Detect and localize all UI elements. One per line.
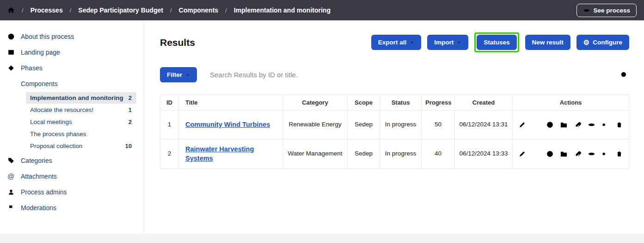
add-button[interactable]: [532, 121, 540, 129]
search-input[interactable]: [209, 70, 619, 79]
flag-icon: [7, 204, 15, 212]
preview-button[interactable]: [588, 121, 595, 129]
sidebar-subitem-label: Allocate the resources!: [30, 106, 93, 113]
sidebar-subitem-local-meetings[interactable]: Local meetings 2: [26, 116, 136, 128]
sidebar-item-attachments[interactable]: @ Attachments: [0, 168, 144, 184]
delete-button[interactable]: [615, 150, 623, 158]
sidebar-item-landing-page[interactable]: Landing page: [0, 44, 144, 60]
folder-icon: [560, 150, 568, 158]
components-icon: [7, 80, 15, 87]
grid-icon: [7, 49, 15, 56]
export-all-button[interactable]: Export all: [371, 35, 422, 50]
plus-icon: [532, 121, 540, 129]
sidebar-item-components[interactable]: Components: [0, 76, 144, 92]
export-all-label: Export all: [378, 39, 407, 46]
attachments-button[interactable]: [574, 150, 582, 158]
count-badge: 10: [125, 143, 132, 150]
attachment-icon: @: [7, 173, 15, 180]
search-button[interactable]: [619, 71, 629, 79]
breadcrumb-separator: /: [170, 7, 172, 14]
trash-icon: [615, 150, 623, 158]
key-icon: [601, 150, 609, 158]
new-result-label: New result: [532, 39, 564, 46]
eye-icon: [588, 150, 595, 158]
permissions-button[interactable]: [601, 121, 609, 129]
header-buttons: Export all Import Statuses New result ⚙: [371, 32, 629, 52]
delete-button[interactable]: [615, 121, 623, 129]
import-button[interactable]: Import: [427, 35, 468, 50]
result-title-link[interactable]: Community Wind Turbines: [185, 121, 270, 128]
sidebar-item-label: Phases: [21, 64, 43, 72]
gear-icon: ⚙: [583, 39, 589, 46]
history-button[interactable]: [546, 121, 554, 129]
topbar: / Processes / Sedep Participatory Budget…: [0, 0, 644, 20]
chevron-down-icon: [410, 40, 414, 45]
table-row: 1 Community Wind Turbines Renewable Ener…: [160, 111, 629, 139]
history-button[interactable]: [546, 150, 554, 158]
configure-label: Configure: [593, 39, 622, 46]
column-header-actions: Actions: [513, 95, 629, 111]
column-header-status: Status: [380, 95, 422, 111]
breadcrumb: / Processes / Sedep Participatory Budget…: [7, 6, 331, 14]
sidebar-subitem-implementation-and-monitoring[interactable]: Implementation and monitoring 2: [26, 92, 136, 104]
add-button[interactable]: [532, 150, 540, 158]
home-icon: [7, 6, 15, 14]
page-bottom-strip: [0, 234, 644, 243]
permissions-button[interactable]: [601, 150, 609, 158]
sidebar-item-process-admins[interactable]: Process admins: [0, 184, 144, 200]
sidebar-subitem-the-process-phases[interactable]: The process phases: [26, 128, 136, 140]
folder-icon: [560, 121, 568, 129]
edit-button[interactable]: [518, 121, 526, 129]
sidebar-subitem-label: The process phases: [30, 131, 86, 137]
tag-icon: [7, 157, 15, 164]
sidebar-item-label: Components: [21, 80, 57, 87]
sidebar-item-label: Moderations: [21, 204, 56, 212]
clock-icon: [546, 150, 554, 158]
column-header-scope: Scope: [348, 95, 380, 111]
filter-button[interactable]: Filter: [160, 67, 197, 82]
cell-id: 1: [160, 111, 179, 139]
cell-category: Renewable Energy: [283, 111, 348, 139]
column-header-created: Created: [455, 95, 513, 111]
sidebar-item-label: Attachments: [21, 173, 57, 180]
breadcrumb-item-process[interactable]: Sedep Participatory Budget: [78, 6, 163, 14]
sidebar-item-phases[interactable]: Phases: [0, 60, 144, 76]
sidebar-subitem-proposal-collection[interactable]: Proposal collection 10: [26, 140, 136, 152]
info-icon: [7, 33, 15, 40]
breadcrumb-item-components[interactable]: Components: [179, 6, 219, 14]
person-icon: [7, 188, 15, 196]
key-icon: [601, 121, 609, 129]
breadcrumb-item-processes[interactable]: Processes: [31, 6, 63, 14]
sidebar-item-about[interactable]: About this process: [0, 29, 144, 44]
cell-id: 2: [160, 139, 179, 169]
result-title-link[interactable]: Rainwater Harvesting Systems: [185, 145, 254, 162]
row-actions: [516, 121, 625, 129]
statuses-button[interactable]: Statuses: [477, 35, 516, 50]
cell-created: 06/12/2024 13:31: [455, 111, 513, 139]
sidebar-subitem-label: Implementation and monitoring: [30, 94, 123, 101]
sidebar-subitem-allocate-the-resources[interactable]: Allocate the resources! 1: [26, 104, 136, 116]
sidebar-subitem-label: Proposal collection: [30, 143, 82, 150]
attachments-button[interactable]: [574, 121, 582, 129]
row-actions: [516, 150, 625, 158]
breadcrumb-separator: /: [70, 7, 72, 14]
configure-button[interactable]: ⚙ Configure: [577, 35, 629, 50]
sidebar-item-label: Process admins: [21, 188, 67, 196]
count-badge: 2: [129, 94, 132, 101]
chevron-down-icon: [185, 73, 190, 77]
see-process-button[interactable]: See process: [577, 4, 637, 17]
sidebar-item-categories[interactable]: Categories: [0, 153, 144, 168]
preview-button[interactable]: [588, 150, 595, 158]
edit-button[interactable]: [518, 150, 526, 158]
folder-button[interactable]: [560, 150, 568, 158]
paperclip-icon: [574, 150, 582, 158]
folder-button[interactable]: [560, 121, 568, 129]
breadcrumb-item-current[interactable]: Implementation and monitoring: [234, 6, 331, 14]
cell-scope: Sedep: [348, 139, 380, 169]
filter-label: Filter: [167, 71, 182, 78]
new-result-button[interactable]: New result: [525, 35, 570, 50]
column-header-progress: Progress: [422, 95, 455, 111]
sidebar-subitem-label: Local meetings: [30, 118, 72, 125]
sidebar-item-moderations[interactable]: Moderations: [0, 200, 144, 216]
breadcrumb-home-link[interactable]: [7, 6, 15, 14]
